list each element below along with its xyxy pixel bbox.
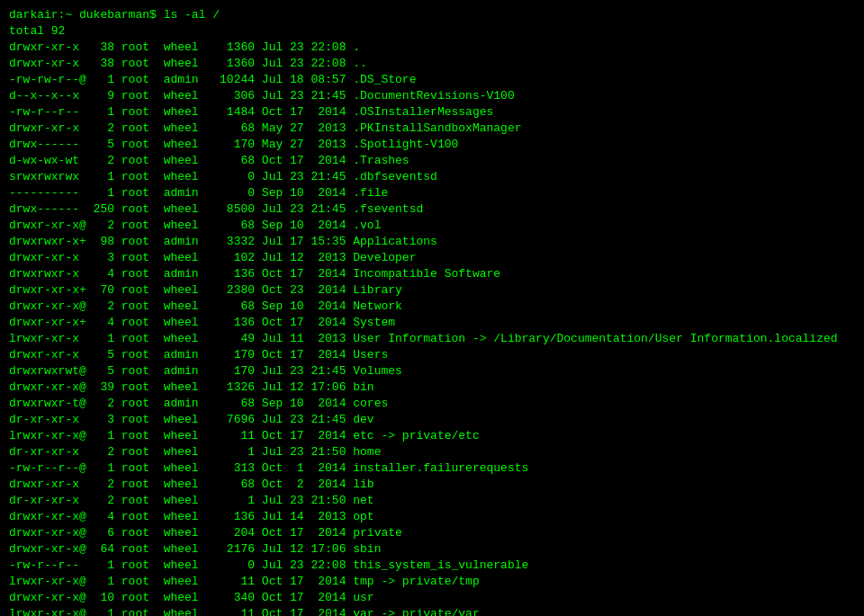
output-line: lrwxr-xr-x@ 1 root wheel 11 Oct 17 2014 … [9,428,855,444]
output-line: drwxrwxr-x+ 98 root admin 3332 Jul 17 15… [9,234,855,250]
output-line: drwxr-xr-x+ 4 root wheel 136 Oct 17 2014… [9,315,855,331]
output-line: drwxr-xr-x@ 10 root wheel 340 Oct 17 201… [9,590,855,606]
output-line: drwxr-xr-x 38 root wheel 1360 Jul 23 22:… [9,40,855,56]
output-line: -rw-rw-r--@ 1 root admin 10244 Jul 18 08… [9,72,855,88]
output-line: drwxr-xr-x 2 root wheel 68 May 27 2013 .… [9,121,855,137]
output-line: drwxr-xr-x 5 root admin 170 Oct 17 2014 … [9,347,855,363]
output-line: drwxr-xr-x@ 64 root wheel 2176 Jul 12 17… [9,541,855,558]
output-line: -rw-r--r--@ 1 root wheel 313 Oct 1 2014 … [9,460,855,477]
output-line: drwx------ 5 root wheel 170 May 27 2013 … [9,137,855,153]
output-line: dr-xr-xr-x 3 root wheel 7696 Jul 23 21:4… [9,412,855,428]
output-line: drwxrwxr-x 4 root admin 136 Oct 17 2014 … [9,266,855,282]
output-line: drwxr-xr-x@ 2 root wheel 68 Sep 10 2014 … [9,218,855,234]
output-line: ---------- 1 root admin 0 Sep 10 2014 .f… [9,185,855,201]
output-line: drwxr-xr-x 2 root wheel 68 Oct 2 2014 li… [9,477,855,493]
output-line: drwxr-xr-x 38 root wheel 1360 Jul 23 22:… [9,56,855,72]
output-container: total 92drwxr-xr-x 38 root wheel 1360 Ju… [9,23,855,616]
output-line: drwxr-xr-x@ 4 root wheel 136 Jul 14 2013… [9,509,855,525]
output-line: dr-xr-xr-x 2 root wheel 1 Jul 23 21:50 n… [9,493,855,509]
output-line: drwxr-xr-x@ 2 root wheel 68 Sep 10 2014 … [9,299,855,315]
output-line: drwxrwxr-t@ 2 root admin 68 Sep 10 2014 … [9,396,855,412]
output-line: dr-xr-xr-x 2 root wheel 1 Jul 23 21:50 h… [9,444,855,460]
output-line: drwxr-xr-x@ 6 root wheel 204 Oct 17 2014… [9,525,855,541]
prompt-line: darkair:~ dukebarman$ ls -al / [9,7,855,23]
output-line: drwxr-xr-x@ 39 root wheel 1326 Jul 12 17… [9,379,855,396]
output-line: d-wx-wx-wt 2 root wheel 68 Oct 17 2014 .… [9,153,855,169]
output-line: lrwxr-xr-x 1 root wheel 49 Jul 11 2013 U… [9,331,855,347]
output-line: srwxrwxrwx 1 root wheel 0 Jul 23 21:45 .… [9,169,855,185]
output-line: drwxrwxrwt@ 5 root admin 170 Jul 23 21:4… [9,363,855,379]
output-line: lrwxr-xr-x@ 1 root wheel 11 Oct 17 2014 … [9,574,855,590]
output-line: drwxr-xr-x+ 70 root wheel 2380 Oct 23 20… [9,282,855,299]
output-line: -rw-r--r-- 1 root wheel 0 Jul 23 22:08 t… [9,558,855,574]
output-line: drwx------ 250 root wheel 8500 Jul 23 21… [9,201,855,218]
output-line: lrwxr-xr-x@ 1 root wheel 11 Oct 17 2014 … [9,606,855,616]
output-line: d--x--x--x 9 root wheel 306 Jul 23 21:45… [9,88,855,104]
output-line: drwxr-xr-x 3 root wheel 102 Jul 12 2013 … [9,250,855,266]
terminal-window: darkair:~ dukebarman$ ls -al / total 92d… [9,7,855,609]
output-line: total 92 [9,23,855,40]
output-line: -rw-r--r-- 1 root wheel 1484 Oct 17 2014… [9,104,855,121]
